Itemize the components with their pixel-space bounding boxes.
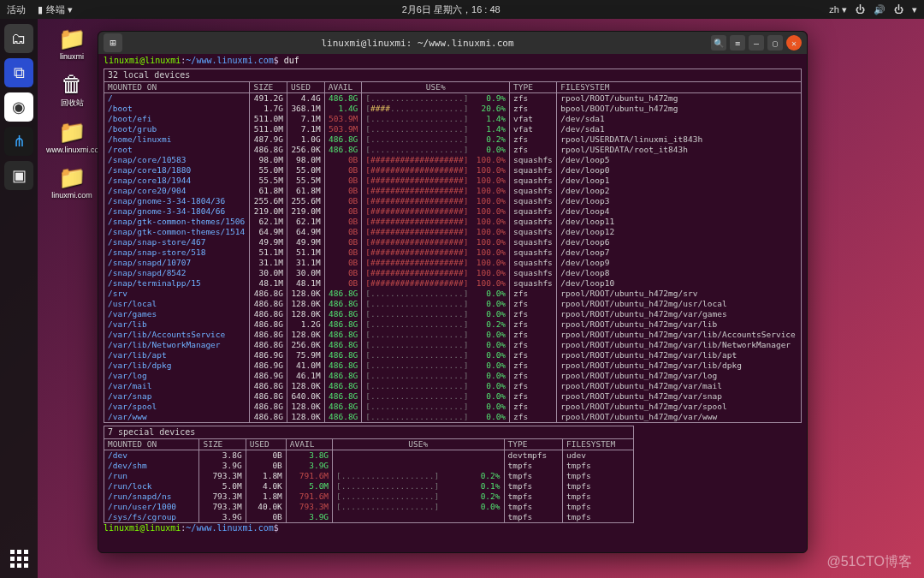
table-row: /usr/local486.8G128.0K486.8G[...........… — [104, 299, 801, 309]
files-icon[interactable]: 🗂 — [4, 24, 33, 53]
titlebar[interactable]: ⊞ linuxmi@linuxmi: ~/www.linuxmi.com 🔍 ≡… — [98, 32, 807, 54]
table-row: /dev3.8G0B3.8Gdevtmpfsudev — [104, 450, 633, 462]
table-row: /var/mail486.8G128.0K486.8G[............… — [104, 381, 801, 391]
table-row: /snap/terminalpp/1548.1M48.1M0B[########… — [104, 278, 801, 289]
column-header: SIZE — [250, 82, 287, 93]
local-devices-panel: 32 local devices MOUNTED ONSIZEUSEDAVAIL… — [104, 69, 802, 423]
table-row: /run/lock5.0M4.0K5.0M[..................… — [104, 481, 633, 492]
chrome-icon[interactable]: ◉ — [4, 92, 33, 122]
special-devices-table: MOUNTED ONSIZEUSEDAVAILUSE%TYPEFILESYSTE… — [104, 439, 633, 522]
new-tab-icon[interactable]: ⊞ — [104, 33, 122, 52]
table-row: /var/lib/apt486.9G75.9M486.8G[..........… — [104, 350, 801, 361]
column-header: USED — [287, 82, 325, 93]
table-row: /snap/snapd/854230.0M30.0M0B[###########… — [104, 268, 801, 278]
prompt-line: linuxmi@linuxmi:~/www.linuxmi.com$ — [104, 523, 802, 533]
column-header: AVAIL — [324, 82, 362, 93]
column-header: USE% — [362, 82, 510, 93]
table-row: /var/games486.8G128.0K486.8G[...........… — [104, 309, 801, 319]
local-devices-title: 32 local devices — [104, 69, 801, 82]
clock[interactable]: 2月6日 星期六，16 : 48 — [73, 3, 829, 16]
desktop-icon[interactable]: 📁www.linuxmi.com — [46, 119, 98, 154]
table-row: /var/lib/dpkg486.9G41.0M486.8G[.........… — [104, 361, 801, 371]
table-row: /snap/snapd/1070731.1M31.1M0B[##########… — [104, 258, 801, 268]
watermark: @51CTO博客 — [826, 553, 912, 571]
table-row: /sys/fs/cgroup3.9G0B3.9Gtmpfstmpfs — [104, 512, 633, 522]
column-header: USED — [246, 439, 286, 450]
table-row: /dev/shm3.9G0B3.9Gtmpfstmpfs — [104, 461, 633, 471]
table-row: /run/snapd/ns793.3M1.8M791.6M[..........… — [104, 492, 633, 502]
terminal-dock-icon[interactable]: ▣ — [4, 161, 33, 190]
table-row: /var/lib486.8G1.2G486.8G[...............… — [104, 319, 801, 330]
table-row: /snap/core18/194455.5M55.5M0B[##########… — [104, 176, 801, 186]
chevron-down-icon[interactable]: ▾ — [912, 4, 917, 15]
table-row: /snap/core20/90461.8M61.8M0B[###########… — [104, 186, 801, 196]
column-header: MOUNTED ON — [104, 82, 250, 93]
maximize-button[interactable]: ▢ — [767, 35, 783, 51]
table-row: /run/user/1000793.3M40.0K793.3M[........… — [104, 502, 633, 512]
terminal-icon: ▮ — [38, 4, 43, 15]
special-devices-title: 7 special devices — [104, 426, 633, 439]
column-header: AVAIL — [286, 439, 332, 450]
gnome-topbar: 活动 ▮ 终端 ▾ 2月6日 星期六，16 : 48 zh ▾ ⏻ 🔊 ⏻ ▾ — [0, 0, 924, 19]
column-header: TYPE — [510, 82, 557, 93]
desktop-icon[interactable]: 🗑回收站 — [46, 71, 98, 109]
table-row: /var/log486.9G46.1M486.8G[..............… — [104, 371, 801, 381]
table-row: /snap/core18/188055.0M55.0M0B[##########… — [104, 165, 801, 176]
close-button[interactable]: ✕ — [786, 35, 802, 51]
terminal-window: ⊞ linuxmi@linuxmi: ~/www.linuxmi.com 🔍 ≡… — [98, 31, 808, 553]
desktop-icons: 📁linuxmi🗑回收站📁www.linuxmi.com📁linuxmi.com — [46, 26, 98, 200]
column-header: FILESYSTEM — [557, 82, 801, 93]
minimize-button[interactable]: — — [749, 35, 764, 51]
table-row: /491.2G4.4G486.8G[...................]0.… — [104, 93, 801, 104]
search-icon[interactable]: 🔍 — [711, 35, 726, 51]
app-menu-label: 终端 ▾ — [46, 3, 73, 16]
table-row: /snap/core/1058398.0M98.0M0B[###########… — [104, 155, 801, 165]
table-row: /run793.3M1.8M791.6M[...................… — [104, 471, 633, 481]
window-title: linuxmi@linuxmi: ~/www.linuxmi.com — [127, 38, 708, 49]
table-row: /var/snap486.8G640.0K486.8G[............… — [104, 391, 801, 402]
table-row: /snap/gtk-common-themes/150662.1M62.1M0B… — [104, 217, 801, 227]
table-row: /boot/efi511.0M7.1M503.9M[..............… — [104, 114, 801, 124]
table-row: /var/spool486.8G128.0K486.8G[...........… — [104, 402, 801, 412]
power-icon[interactable]: ⏻ — [894, 4, 903, 15]
vscode-icon[interactable]: ⋔ — [4, 127, 33, 156]
app-menu[interactable]: ▮ 终端 ▾ — [38, 3, 73, 16]
table-row: /snap/gnome-3-34-1804/66219.0M219.0M0B[#… — [104, 206, 801, 217]
screenshot-icon[interactable]: ⧉ — [4, 58, 33, 87]
column-header: MOUNTED ON — [104, 439, 199, 450]
menu-icon[interactable]: ≡ — [730, 35, 745, 51]
special-devices-panel: 7 special devices MOUNTED ONSIZEUSEDAVAI… — [104, 426, 634, 523]
table-row: /snap/snap-store/51851.1M51.1M0B[#######… — [104, 247, 801, 258]
activities-button[interactable]: 活动 — [7, 3, 26, 16]
column-header: TYPE — [504, 439, 563, 450]
dock: 🗂 ⧉ ◉ ⋔ ▣ — [0, 19, 38, 578]
column-header: FILESYSTEM — [563, 439, 633, 450]
table-row: /var/www486.8G128.0K486.8G[.............… — [104, 412, 801, 422]
column-header: USE% — [333, 439, 504, 450]
table-row: /root486.8G256.0K486.8G[................… — [104, 145, 801, 155]
table-row: /boot/grub511.0M7.1M503.9M[.............… — [104, 124, 801, 134]
input-method[interactable]: zh ▾ — [829, 4, 847, 15]
table-row: /snap/gnome-3-34-1804/36255.6M255.6M0B[#… — [104, 196, 801, 206]
desktop-icon[interactable]: 📁linuxmi — [46, 26, 98, 61]
prompt-line: linuxmi@linuxmi:~/www.linuxmi.com$ duf — [104, 56, 802, 66]
show-apps-icon[interactable] — [10, 550, 28, 568]
column-header: SIZE — [199, 439, 246, 450]
table-row: /snap/gtk-common-themes/151464.9M64.9M0B… — [104, 227, 801, 237]
table-row: /var/lib/NetworkManager486.8G256.0K486.8… — [104, 340, 801, 350]
local-devices-table: MOUNTED ONSIZEUSEDAVAILUSE%TYPEFILESYSTE… — [104, 82, 801, 422]
table-row: /var/lib/AccountsService486.8G128.0K486.… — [104, 330, 801, 340]
table-row: /srv486.8G128.0K486.8G[.................… — [104, 289, 801, 299]
network-icon[interactable]: ⏻ — [856, 4, 865, 15]
table-row: /snap/snap-store/46749.9M49.9M0B[#######… — [104, 237, 801, 247]
volume-icon[interactable]: 🔊 — [874, 4, 886, 15]
table-row: /boot1.7G368.1M1.4G[####...............]… — [104, 104, 801, 114]
terminal-body[interactable]: linuxmi@linuxmi:~/www.linuxmi.com$ duf 3… — [98, 54, 807, 552]
table-row: /home/linuxmi487.9G1.0G486.8G[..........… — [104, 134, 801, 145]
desktop-icon[interactable]: 📁linuxmi.com — [46, 164, 98, 200]
